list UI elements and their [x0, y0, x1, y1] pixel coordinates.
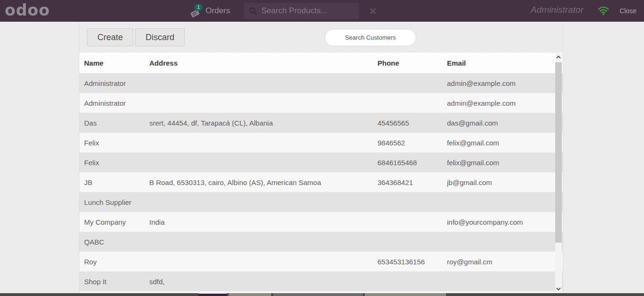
- customer-email-cell: das@gmail.com: [447, 119, 563, 127]
- customer-name-cell: Shop It: [79, 278, 149, 286]
- username-label: Administrator: [531, 5, 584, 15]
- customer-email-cell: jb@gmail.com: [447, 178, 563, 186]
- customer-phone-cell: 364368421: [378, 178, 447, 186]
- customer-name-cell: Felix: [79, 139, 149, 147]
- customer-name-cell: Administrator: [79, 99, 149, 107]
- table-row[interactable]: Administrator admin@example.com: [79, 73, 563, 93]
- taskbar-strip: [0, 293, 644, 296]
- wifi-signal-icon[interactable]: [598, 6, 609, 17]
- orders-button[interactable]: 1 Orders: [190, 0, 230, 22]
- table-row[interactable]: Administrator admin@example.com: [79, 93, 563, 113]
- scroll-down-button[interactable]: [555, 285, 562, 293]
- customer-table: Name Address Phone Email Administrator a…: [79, 52, 563, 293]
- scrollbar-thumb[interactable]: [555, 62, 562, 243]
- customer-phone-cell: 45456565: [378, 119, 447, 127]
- customer-phone-cell: 9846562: [378, 139, 447, 147]
- customer-address-cell: srert, 44454, df, Tarapacá (CL), Albania: [149, 119, 378, 127]
- customer-name-cell: Roy: [79, 258, 149, 266]
- table-row[interactable]: Roy 653453136156 roy@gmail.cm: [79, 252, 563, 271]
- taskbar-window-button[interactable]: [365, 293, 446, 296]
- table-row[interactable]: Shop It sdfd,: [79, 271, 563, 291]
- customer-address-cell: India: [149, 218, 378, 226]
- customer-list-panel: Create Discard Name Address Phone Email …: [79, 22, 563, 293]
- taskbar-window-button[interactable]: [273, 293, 363, 296]
- table-row[interactable]: Das srert, 44454, df, Tarapacá (CL), Alb…: [79, 113, 563, 133]
- orders-button-label: Orders: [206, 6, 230, 16]
- customer-phone-cell: 6846165468: [378, 159, 447, 167]
- close-button[interactable]: Close: [619, 7, 636, 15]
- customer-email-cell: roy@gmail.cm: [447, 258, 563, 266]
- table-row[interactable]: My Company India info@yourcompany.com: [79, 212, 563, 232]
- column-header-address: Address: [149, 59, 378, 67]
- product-search-box: [244, 3, 359, 19]
- chevron-down-icon: [556, 288, 561, 290]
- magnifier-icon: [249, 7, 257, 15]
- customer-phone-cell: 653453136156: [378, 258, 447, 266]
- customer-email-cell: info@yourcompany.com: [447, 218, 563, 226]
- table-row[interactable]: JB B Road, 6530313, cairo, Albino (AS), …: [79, 172, 563, 192]
- table-scrollbar[interactable]: [555, 53, 562, 293]
- customer-table-body: Administrator admin@example.com Administ…: [79, 73, 563, 291]
- product-search-input[interactable]: [261, 6, 366, 16]
- receipt-tag-icon: 1: [190, 4, 202, 18]
- table-row[interactable]: Felix 9846562 felix@gmail.com: [79, 133, 563, 152]
- customer-email-cell: admin@example.com: [447, 79, 563, 87]
- discard-button[interactable]: Discard: [135, 28, 185, 46]
- column-header-email: Email: [447, 59, 563, 67]
- customer-address-cell: B Road, 6530313, cairo, Albino (AS), Ame…: [149, 178, 378, 186]
- taskbar-window-button[interactable]: [229, 293, 271, 296]
- customer-email-cell: admin@example.com: [447, 99, 563, 107]
- customer-name-cell: Administrator: [79, 79, 149, 87]
- table-row[interactable]: QABC: [79, 232, 563, 252]
- customer-name-cell: My Company: [79, 218, 149, 226]
- taskbar-window-button[interactable]: [198, 293, 227, 296]
- odoo-logo: odoo: [5, 1, 50, 19]
- customer-name-cell: Das: [79, 119, 149, 127]
- customer-name-cell: JB: [79, 178, 149, 186]
- customer-name-cell: Felix: [79, 159, 149, 167]
- create-button[interactable]: Create: [87, 28, 133, 46]
- customer-email-cell: felix@gmail.com: [447, 139, 563, 147]
- clear-x-icon[interactable]: [370, 8, 376, 14]
- orders-count-badge: 1: [194, 4, 203, 11]
- table-header-row: Name Address Phone Email: [79, 52, 563, 73]
- customer-name-cell: Lunch Supplier: [79, 198, 149, 206]
- customer-search-input[interactable]: [325, 29, 416, 46]
- table-row[interactable]: Lunch Supplier: [79, 192, 563, 212]
- customer-name-cell: QABC: [79, 238, 149, 246]
- customer-address-cell: sdfd,: [149, 278, 378, 286]
- column-header-phone: Phone: [378, 59, 447, 67]
- topbar: odoo 1 Orders: [0, 0, 644, 22]
- chevron-up-icon: [556, 56, 561, 59]
- table-row[interactable]: Felix 6846165468 felix@gmail.com: [79, 152, 563, 172]
- column-header-name: Name: [79, 59, 149, 67]
- customer-email-cell: felix@gmail.com: [447, 159, 563, 167]
- scroll-up-button[interactable]: [555, 53, 562, 61]
